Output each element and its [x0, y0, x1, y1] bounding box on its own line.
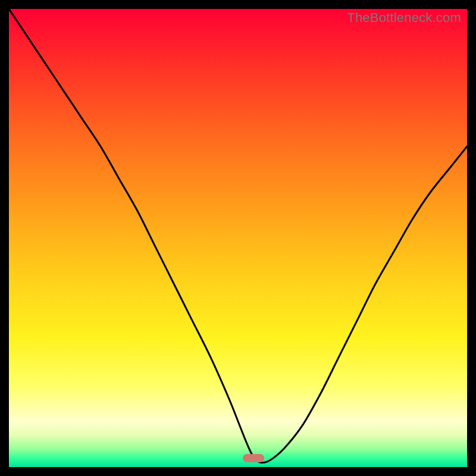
curve-path [9, 9, 467, 463]
chart-frame: TheBottleneck.com [0, 0, 476, 476]
plot-area: TheBottleneck.com [9, 9, 467, 467]
optimum-marker [243, 454, 264, 462]
bottleneck-curve [9, 9, 467, 467]
